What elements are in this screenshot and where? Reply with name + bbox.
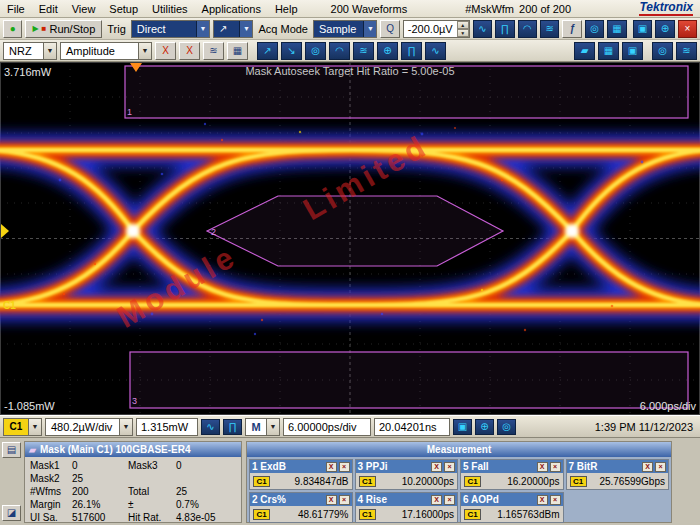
close-icon[interactable]: ×	[678, 20, 697, 38]
horizontal-eye-icon[interactable]: ◎	[497, 419, 516, 435]
cursor-icon[interactable]: ⊕	[655, 20, 674, 38]
crossing-icon[interactable]: ⊕	[377, 42, 398, 60]
menu-view[interactable]: View	[65, 0, 103, 17]
run-stop-button[interactable]: ▶ ■ Run/Stop	[25, 20, 102, 38]
arc-glyph: ◠	[335, 46, 344, 56]
increment-icon[interactable]: ▲	[457, 21, 469, 29]
histogram-mode-icon[interactable]: ▦	[607, 20, 626, 38]
measurement-category-value: Amplitude	[61, 45, 138, 57]
mask-panel-header[interactable]: ▰ Mask (Main C1) 100GBASE-ER4	[25, 442, 241, 457]
panel-corner-icon[interactable]: ◪	[2, 505, 21, 521]
fall-time-icon[interactable]: ↘	[281, 42, 302, 60]
trigger-slope-select[interactable]: ↗ ▼	[213, 20, 254, 38]
vertical-coarse-icon[interactable]: ∏	[223, 419, 242, 435]
statistics-icon[interactable]: X	[326, 495, 337, 505]
measurement-header[interactable]: 7 BitR X ×	[567, 460, 669, 473]
acquisition-status-icon[interactable]: ●	[3, 20, 22, 38]
signal-type-select[interactable]: NRZ ▼	[3, 42, 57, 60]
menu-edit[interactable]: Edit	[32, 0, 65, 17]
results-list-icon[interactable]: ▤	[2, 442, 21, 458]
eye-height-icon[interactable]: ◠	[329, 42, 350, 60]
remove-measurement-icon[interactable]: ×	[444, 495, 455, 505]
remove-measurement-icon[interactable]: ×	[339, 462, 350, 472]
statistics-icon[interactable]: X	[537, 495, 548, 505]
pulse-wave-icon[interactable]: ∏	[495, 20, 514, 38]
measurement-header[interactable]: 1 ExdB X ×	[250, 460, 352, 473]
math-function-icon[interactable]: ƒ	[562, 20, 581, 38]
waveform-display[interactable]: 1 2 3 C1 3.716mW Mask Autoseek Target Hi…	[0, 62, 700, 415]
rise-time-icon[interactable]: ↗	[257, 42, 278, 60]
horizontal-position-field[interactable]: 20.04201ns	[374, 418, 450, 436]
measurement-value-row: C1 25.76599Gbps	[567, 473, 669, 489]
menu-file[interactable]: File	[0, 0, 32, 17]
statistics-x-icon[interactable]: X	[155, 42, 176, 60]
trig-label: Trig	[105, 23, 128, 35]
zoom-tool-icon[interactable]: ▣	[622, 42, 643, 60]
vertical-scale-select[interactable]: 480.2µW/div ▼	[45, 418, 133, 436]
trigger-source-select[interactable]: Direct ▼	[131, 20, 210, 38]
source-badge: C1	[253, 476, 270, 487]
pulse-glyph: ∏	[407, 46, 415, 56]
arc-wave-icon[interactable]: ◠	[518, 20, 537, 38]
remove-measurement-icon[interactable]: ×	[444, 462, 455, 472]
histogram-stats-icon[interactable]: ▦	[227, 42, 248, 60]
vertical-offset-field[interactable]: 1.315mW	[136, 418, 198, 436]
amplitude-meas-icon[interactable]: ∏	[401, 42, 422, 60]
chevron-down-icon: ▼	[28, 419, 41, 435]
remove-measurement-icon[interactable]: ×	[550, 462, 561, 472]
statistics-icon[interactable]: X	[431, 462, 442, 472]
horizontal-delay-icon[interactable]: ⊕	[475, 419, 494, 435]
timebase-select[interactable]: M ▼	[245, 418, 280, 436]
horizontal-scale-field[interactable]: 6.00000ps/div	[283, 418, 371, 436]
remove-measurement-icon[interactable]: ×	[550, 495, 561, 505]
measurement-label: 6 AOPd	[463, 494, 499, 505]
decrement-icon[interactable]: ▼	[457, 29, 469, 37]
measurement-header[interactable]: 6 AOPd X ×	[461, 493, 563, 506]
menu-setup[interactable]: Setup	[102, 0, 145, 17]
trigger-level-input[interactable]: -200.0µV ▲ ▼	[403, 20, 470, 38]
menu-applications[interactable]: Applications	[195, 0, 268, 17]
vertical-fine-icon[interactable]: ∿	[201, 419, 220, 435]
channel-select[interactable]: C1 ▼	[3, 418, 42, 436]
autoset-icon[interactable]: ◎	[652, 42, 673, 60]
cursor-glyph: ⊕	[383, 46, 391, 56]
measurement-header[interactable]: 4 Rise X ×	[356, 493, 458, 506]
menu-utilities[interactable]: Utilities	[145, 0, 194, 17]
mask-test-icon[interactable]: ▰	[574, 42, 595, 60]
measurement-header[interactable]: 5 Fall X ×	[461, 460, 563, 473]
measurement-category-select[interactable]: Amplitude ▼	[60, 42, 152, 60]
menu-help[interactable]: Help	[268, 0, 305, 17]
mask-stat-label: Hit Rat.	[128, 512, 176, 523]
waves-glyph: ≋	[546, 24, 554, 34]
measurement-panel-header[interactable]: Measurement	[247, 442, 671, 457]
jitter-icon[interactable]: ≋	[353, 42, 374, 60]
menu-bar: File Edit View Setup Utilities Applicati…	[0, 0, 700, 18]
acquire-setup-icon[interactable]: ≋	[676, 42, 697, 60]
grid-style-icon[interactable]: ▣	[633, 20, 652, 38]
waveform-stats-icon[interactable]: ≋	[203, 42, 224, 60]
measurement-header[interactable]: 3 PPJi X ×	[356, 460, 458, 473]
statistics-icon[interactable]: X	[537, 462, 548, 472]
eye-width-icon[interactable]: ◎	[305, 42, 326, 60]
histogram-tool-icon[interactable]: ▦	[598, 42, 619, 60]
horizontal-zoom-icon[interactable]: ▣	[453, 419, 472, 435]
mean-statistics-icon[interactable]: X	[179, 42, 200, 60]
mask-stat-label: ±	[128, 499, 176, 510]
remove-measurement-icon[interactable]: ×	[339, 495, 350, 505]
acq-mode-select[interactable]: Sample ▼	[313, 20, 377, 38]
statistics-icon[interactable]: X	[326, 462, 337, 472]
measurement-header[interactable]: 2 Crs% X ×	[250, 493, 352, 506]
eye-mode-icon[interactable]: ◎	[585, 20, 604, 38]
remove-measurement-icon[interactable]: ×	[655, 462, 666, 472]
measurement-label: 2 Crs%	[252, 494, 286, 505]
quick-view-button[interactable]: Q	[380, 20, 399, 38]
sine-wave-icon[interactable]: ∿	[473, 20, 492, 38]
mask-autoseek-annotation: Mask Autoseek Target Hit Ratio = 5.00e-0…	[245, 65, 454, 77]
mask-stat-label	[128, 473, 176, 484]
statistics-icon[interactable]: X	[642, 462, 653, 472]
q-glyph: Q	[386, 24, 394, 34]
mask-statistics: Mask1 0 Mask3 0 Mask2 25 #Wfms 200 Total…	[25, 457, 241, 523]
extinction-ratio-icon[interactable]: ∿	[425, 42, 446, 60]
multi-wave-icon[interactable]: ≋	[540, 20, 559, 38]
statistics-icon[interactable]: X	[431, 495, 442, 505]
